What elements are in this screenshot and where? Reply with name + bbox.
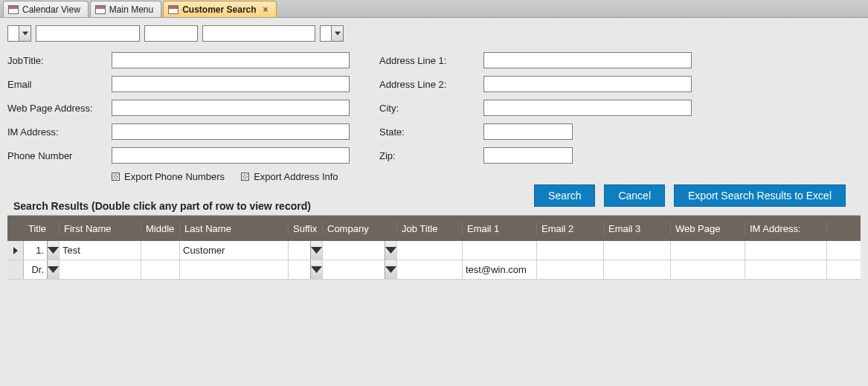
checkbox-icon — [112, 173, 120, 181]
col-company[interactable]: Company — [323, 223, 397, 234]
cell-company[interactable] — [323, 241, 397, 260]
col-middle[interactable]: Middle — [141, 223, 180, 234]
form-icon — [8, 5, 19, 14]
cell-email1[interactable]: test@win.com — [463, 260, 537, 279]
app-window: Calendar View Main Menu Customer Search … — [0, 0, 868, 386]
email-input[interactable] — [112, 76, 350, 92]
button-row: Search Cancel Export Search Results to E… — [534, 184, 846, 207]
cell-email3[interactable] — [604, 241, 671, 260]
state-input[interactable] — [483, 123, 573, 140]
tab-customer-search[interactable]: Customer Search × — [163, 1, 276, 17]
tab-label: Calendar View — [22, 4, 80, 15]
cell-first-name[interactable]: Test — [60, 241, 141, 260]
job-title-input[interactable] — [112, 52, 350, 68]
chevron-down-icon[interactable] — [385, 260, 396, 279]
row-selector[interactable] — [7, 260, 24, 279]
grid-header: Title First Name Middle Last Name Suffix… — [7, 216, 861, 241]
cell-job-title[interactable] — [397, 260, 463, 279]
col-job-title[interactable]: Job Title — [397, 223, 463, 234]
first-name-input[interactable] — [36, 25, 140, 42]
grid-body: 1.TestCustomerDr.test@win.com — [7, 241, 861, 280]
tab-label: Customer Search — [182, 4, 256, 15]
cell-email1[interactable] — [463, 241, 537, 260]
col-email3[interactable]: Email 3 — [604, 223, 671, 234]
col-suffix[interactable]: Suffix — [289, 223, 323, 234]
tab-main-menu[interactable]: Main Menu — [90, 1, 161, 17]
export-excel-button[interactable]: Export Search Results to Excel — [674, 184, 846, 207]
chevron-down-icon[interactable] — [310, 260, 322, 279]
cell-title[interactable]: 1. — [24, 241, 60, 260]
grid-empty-area — [7, 280, 861, 361]
phone-label: Phone Number — [7, 150, 112, 161]
col-last-name[interactable]: Last Name — [180, 223, 289, 234]
middle-input[interactable] — [144, 25, 198, 42]
cell-company[interactable] — [323, 260, 397, 279]
cell-email2[interactable] — [537, 260, 604, 279]
row-selector[interactable] — [7, 241, 24, 260]
chevron-down-icon[interactable] — [19, 26, 30, 41]
export-phone-checkbox[interactable]: Export Phone Numbers — [112, 171, 225, 182]
cell-suffix[interactable] — [289, 241, 323, 260]
results-grid: Title First Name Middle Last Name Suffix… — [7, 215, 861, 361]
cell-first-name[interactable] — [60, 260, 141, 279]
top-filter-row — [7, 25, 861, 42]
col-im-address[interactable]: IM Address: — [745, 223, 827, 234]
cell-last-name[interactable]: Customer — [180, 241, 289, 260]
cell-im-address[interactable] — [745, 241, 827, 260]
email-label: Email — [7, 79, 112, 90]
im-address-input[interactable] — [112, 123, 350, 140]
col-title[interactable]: Title — [24, 223, 60, 234]
job-title-label: JobTitle: — [7, 55, 112, 66]
tab-bar: Calendar View Main Menu Customer Search … — [0, 0, 868, 18]
search-button[interactable]: Search — [534, 184, 595, 207]
cell-email2[interactable] — [537, 241, 604, 260]
cell-middle[interactable] — [141, 260, 180, 279]
checkbox-icon — [241, 173, 249, 181]
zip-input[interactable] — [483, 147, 573, 164]
col-first-name[interactable]: First Name — [60, 223, 141, 234]
col-web-page[interactable]: Web Page — [671, 223, 745, 234]
cell-last-name[interactable] — [180, 260, 289, 279]
cell-title[interactable]: Dr. — [24, 260, 60, 279]
table-row[interactable]: 1.TestCustomer — [7, 241, 861, 260]
address1-label: Address Line 1: — [379, 55, 483, 66]
cancel-button[interactable]: Cancel — [604, 184, 665, 207]
chevron-down-icon[interactable] — [331, 26, 343, 41]
city-label: City: — [379, 103, 483, 114]
tab-calendar-view[interactable]: Calendar View — [3, 1, 89, 17]
chevron-down-icon[interactable] — [385, 241, 396, 260]
cell-email3[interactable] — [604, 260, 671, 279]
address2-label: Address Line 2: — [379, 79, 483, 90]
col-email2[interactable]: Email 2 — [537, 223, 604, 234]
export-address-checkbox[interactable]: Export Address Info — [241, 171, 338, 182]
cell-middle[interactable] — [141, 241, 180, 260]
cell-web-page[interactable] — [671, 260, 745, 279]
right-column: Address Line 1: Address Line 2: City: St… — [379, 52, 692, 182]
city-input[interactable] — [483, 100, 692, 116]
table-row[interactable]: Dr.test@win.com — [7, 260, 861, 280]
close-icon[interactable]: × — [263, 5, 269, 14]
web-page-input[interactable] — [112, 100, 350, 116]
chevron-down-icon[interactable] — [47, 260, 59, 279]
chevron-down-icon[interactable] — [310, 241, 322, 260]
phone-input[interactable] — [112, 147, 350, 164]
search-form: JobTitle: Email Web Page Address: IM Add… — [0, 18, 868, 367]
cell-web-page[interactable] — [671, 241, 745, 260]
cell-im-address[interactable] — [745, 260, 827, 279]
form-icon — [95, 5, 106, 14]
suffix-combo[interactable] — [320, 25, 344, 42]
title-combo[interactable] — [7, 25, 31, 42]
address1-input[interactable] — [483, 52, 692, 68]
zip-label: Zip: — [379, 150, 483, 161]
cell-job-title[interactable] — [397, 241, 463, 260]
im-address-label: IM Address: — [7, 126, 112, 138]
cell-suffix[interactable] — [289, 260, 323, 279]
last-name-input[interactable] — [202, 25, 315, 42]
tab-label: Main Menu — [109, 4, 153, 15]
export-phone-label: Export Phone Numbers — [124, 171, 225, 182]
col-email1[interactable]: Email 1 — [463, 223, 537, 234]
export-address-label: Export Address Info — [254, 171, 338, 182]
web-page-label: Web Page Address: — [7, 103, 112, 114]
chevron-down-icon[interactable] — [47, 241, 59, 260]
address2-input[interactable] — [483, 76, 692, 92]
